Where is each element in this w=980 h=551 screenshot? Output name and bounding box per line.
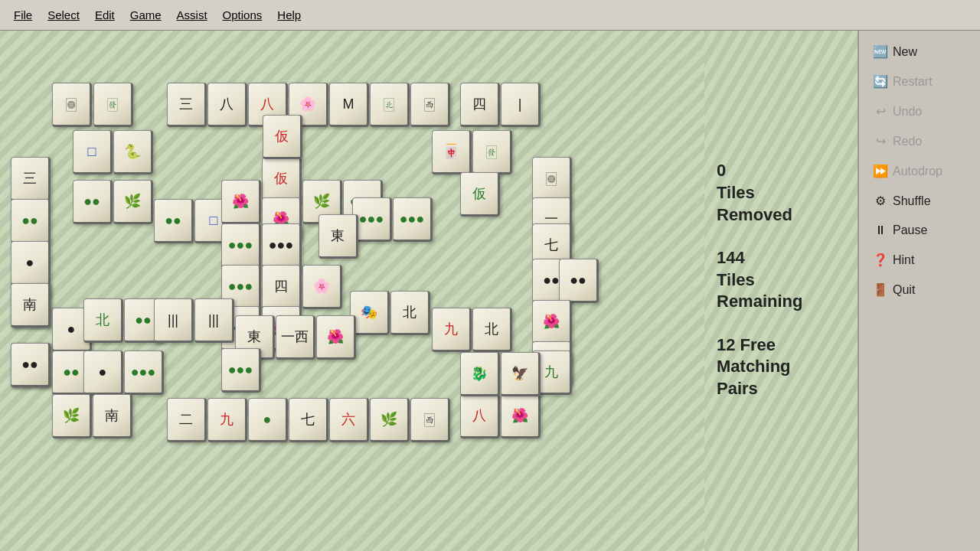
quit-label: Quit	[893, 283, 915, 297]
tile[interactable]: ●●	[559, 259, 599, 303]
tile[interactable]: 北	[472, 308, 512, 352]
tile-south[interactable]: 南	[11, 283, 51, 328]
tile[interactable]: 🌺	[532, 300, 572, 344]
tiles-removed-label: TilesRemoved	[717, 182, 845, 226]
tiles-removed-count: 0	[717, 160, 845, 182]
tile[interactable]: ●●●	[124, 350, 164, 395]
tile[interactable]: 🌸	[302, 265, 342, 309]
tile[interactable]: M	[329, 83, 369, 127]
tile[interactable]: ●●	[73, 180, 113, 224]
free-pairs-label: MatchingPairs	[717, 356, 845, 399]
tile[interactable]: ●●	[11, 199, 51, 243]
tile[interactable]: 四	[262, 265, 302, 309]
tiles-remaining-stat: 144 TilesRemaining	[717, 247, 845, 313]
tile[interactable]: 北	[83, 298, 123, 343]
tile[interactable]: 七	[289, 398, 328, 442]
tile[interactable]: ●●	[154, 199, 194, 243]
tile[interactable]: 🌺	[501, 394, 541, 439]
menu-assist[interactable]: Assist	[169, 5, 215, 24]
game-board[interactable]: 🀙 🀅 三 八 八 🌸 M 🀃 🀂 四 | 三 □ 🐍 仮 仮 🀄 🀅 仮 🀙 …	[0, 31, 704, 551]
tile[interactable]: ●	[248, 398, 288, 442]
tile[interactable]: 仮	[263, 115, 302, 159]
menu-help[interactable]: Help	[270, 5, 309, 24]
undo-icon: ↩	[873, 104, 888, 119]
restart-icon: 🔄	[873, 74, 888, 89]
tile[interactable]: ●●●	[221, 223, 261, 268]
undo-button[interactable]: ↩ Undo	[865, 98, 974, 125]
tile[interactable]: 六	[329, 398, 369, 442]
tile[interactable]: 🐉	[460, 352, 500, 396]
tile[interactable]: 🀅	[93, 83, 133, 127]
tile[interactable]: ●●●	[221, 348, 261, 393]
tile[interactable]: 🀅	[472, 130, 512, 174]
undo-label: Undo	[893, 105, 922, 119]
tile[interactable]: 🐍	[113, 130, 153, 174]
tile[interactable]: 🦅	[501, 352, 541, 396]
quit-icon: 🚪	[873, 282, 888, 297]
redo-button[interactable]: ↪ Redo	[865, 128, 974, 155]
pause-button[interactable]: ⏸ Pause	[865, 217, 974, 243]
redo-icon: ↪	[873, 134, 888, 148]
tile[interactable]: 🀙	[52, 83, 92, 127]
stats-panel: 0 TilesRemoved 144 TilesRemaining 12 Fre…	[704, 31, 858, 551]
tile[interactable]: ●●	[11, 343, 51, 387]
autodrop-label: Autodrop	[893, 165, 942, 178]
tile[interactable]: ●	[11, 241, 51, 285]
tile[interactable]: 🌺	[221, 180, 261, 224]
menu-select[interactable]: Select	[40, 5, 87, 24]
tile[interactable]: 🌿	[52, 394, 92, 439]
redo-label: Redo	[893, 135, 922, 148]
hint-button[interactable]: ❓ Hint	[865, 246, 974, 273]
menu-edit[interactable]: Edit	[87, 5, 122, 24]
new-label: New	[893, 45, 917, 59]
tile[interactable]: 八	[460, 394, 500, 439]
autodrop-icon: ⏩	[873, 164, 888, 178]
tile[interactable]: 🀂	[410, 83, 450, 127]
main-layout: 🀙 🀅 三 八 八 🌸 M 🀃 🀂 四 | 三 □ 🐍 仮 仮 🀄 🀅 仮 🀙 …	[0, 31, 980, 551]
menu-file[interactable]: File	[6, 5, 40, 24]
hint-icon: ❓	[873, 253, 888, 267]
tile[interactable]: |	[501, 83, 541, 127]
tile[interactable]: ●	[83, 350, 123, 395]
tile[interactable]: 四	[460, 83, 500, 127]
tile[interactable]: 🀂	[410, 398, 450, 442]
tile[interactable]: 九	[207, 398, 247, 442]
shuffle-label: Shuffle	[893, 194, 931, 208]
tile[interactable]: 🀃	[370, 83, 410, 127]
restart-button[interactable]: 🔄 Restart	[865, 68, 974, 95]
tile[interactable]: 仮	[262, 157, 302, 201]
restart-label: Restart	[893, 75, 933, 89]
tile[interactable]: |||	[154, 298, 194, 343]
tile[interactable]: 🌿	[113, 180, 153, 224]
hint-label: Hint	[893, 253, 914, 267]
free-pairs-count: 12 Free	[717, 334, 845, 357]
quit-button[interactable]: 🚪 Quit	[865, 276, 974, 303]
tile[interactable]: 八	[207, 83, 247, 127]
tile[interactable]: 一西	[276, 315, 315, 360]
tile[interactable]: □	[73, 130, 113, 174]
tile[interactable]: 仮	[460, 172, 500, 217]
menu-options[interactable]: Options	[215, 5, 270, 24]
tile[interactable]: 南	[93, 394, 132, 439]
tile[interactable]: 東	[318, 214, 358, 259]
tile[interactable]: 三	[11, 157, 51, 201]
tiles-remaining-label: TilesRemaining	[717, 269, 845, 313]
shuffle-button[interactable]: ⚙ Shuffle	[865, 187, 974, 214]
tile[interactable]: 🌺	[316, 315, 356, 360]
new-icon: 🆕	[873, 44, 888, 59]
tile[interactable]: 🀄	[432, 130, 472, 174]
tile[interactable]: ●●●	[262, 223, 302, 268]
tile[interactable]: 九	[432, 308, 472, 352]
autodrop-button[interactable]: ⏩ Autodrop	[865, 158, 974, 184]
new-button[interactable]: 🆕 New	[865, 38, 974, 65]
tile[interactable]: |||	[194, 298, 234, 343]
tile[interactable]: 三	[167, 83, 207, 127]
tile[interactable]: 二	[167, 398, 207, 442]
tile[interactable]: 北	[390, 291, 430, 335]
tile[interactable]: 🀙	[532, 157, 572, 201]
shuffle-icon: ⚙	[873, 194, 888, 208]
pause-icon: ⏸	[873, 223, 888, 237]
tile[interactable]: ●●●	[393, 197, 433, 242]
menu-game[interactable]: Game	[122, 5, 169, 24]
tile[interactable]: 🌿	[370, 398, 410, 442]
